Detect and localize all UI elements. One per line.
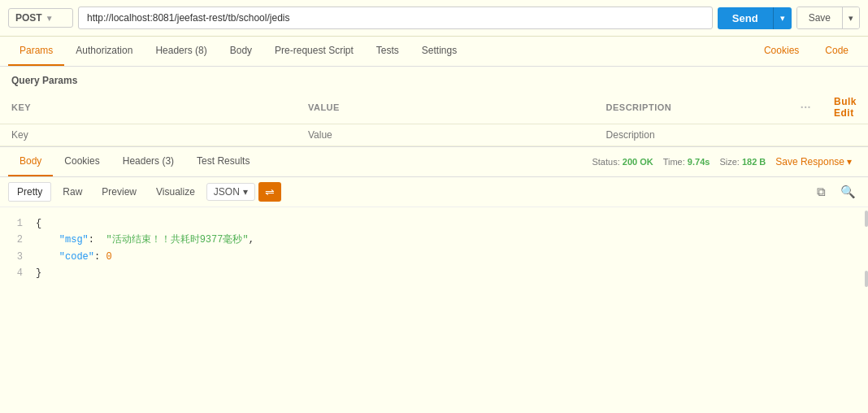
- save-button-group: Save ▾: [796, 7, 860, 29]
- code-lines: 1 2 3 4 { "msg": "活动结束！！共耗时9377毫秒", "cod…: [11, 215, 857, 282]
- table-row: [0, 124, 868, 146]
- line-number-3: 3: [11, 249, 23, 265]
- params-table: KEY VALUE DESCRIPTION ··· Bulk Edit: [0, 91, 868, 146]
- response-section: Body Cookies Headers (3) Test Results St…: [0, 146, 868, 290]
- bulk-edit-header: Bulk Edit: [822, 91, 868, 124]
- description-column-header: DESCRIPTION: [595, 91, 789, 124]
- save-button[interactable]: Save: [797, 7, 842, 28]
- tab-prerequest[interactable]: Pre-request Script: [263, 37, 365, 66]
- line-number-2: 2: [11, 232, 23, 248]
- row-extra: [822, 124, 868, 146]
- code-toolbar: Pretty Raw Preview Visualize JSON ▾ ⇌ ⧉ …: [0, 177, 868, 207]
- save-dropdown-button[interactable]: ▾: [842, 7, 859, 28]
- copy-icon: ⧉: [817, 185, 826, 198]
- value-cell: [297, 124, 595, 146]
- tab-tests[interactable]: Tests: [365, 37, 410, 66]
- line-numbers: 1 2 3 4: [11, 215, 36, 282]
- key-column-header: KEY: [0, 91, 297, 124]
- send-button-group: Send ▾: [718, 7, 792, 29]
- send-dropdown-button[interactable]: ▾: [773, 7, 792, 29]
- tab-right-group: Cookies Code: [753, 37, 860, 66]
- scroll-hint-bottom: [865, 271, 868, 287]
- url-input[interactable]: [78, 7, 713, 29]
- status-label: Status: 200 OK: [592, 157, 653, 167]
- response-tab-test-results[interactable]: Test Results: [185, 147, 261, 176]
- view-pretty-button[interactable]: Pretty: [8, 182, 51, 202]
- line-number-4: 4: [11, 265, 23, 281]
- top-bar: POST ▼ Send ▾ Save ▾: [0, 0, 868, 37]
- tab-params[interactable]: Params: [8, 37, 64, 66]
- wrap-button[interactable]: ⇌: [258, 182, 281, 202]
- key-cell: [0, 124, 297, 146]
- line-number-1: 1: [11, 215, 23, 232]
- search-icon: 🔍: [840, 185, 856, 198]
- bulk-edit-button[interactable]: Bulk Edit: [834, 96, 857, 119]
- actions-column-header: ···: [789, 91, 822, 124]
- toolbar-right: ⧉ 🔍: [813, 182, 860, 202]
- more-options-icon[interactable]: ···: [801, 101, 811, 114]
- format-selector[interactable]: JSON ▾: [206, 183, 255, 201]
- code-line-1: {: [36, 215, 857, 232]
- search-button[interactable]: 🔍: [836, 182, 860, 202]
- value-input[interactable]: [308, 129, 584, 141]
- scroll-hint-top: [865, 211, 868, 227]
- method-chevron: ▼: [46, 14, 54, 23]
- view-preview-button[interactable]: Preview: [93, 183, 145, 201]
- key-input[interactable]: [11, 129, 285, 141]
- query-params-title: Query Params: [0, 67, 868, 91]
- time-value: 9.74s: [688, 157, 710, 167]
- request-tab-bar: Params Authorization Headers (8) Body Pr…: [0, 37, 868, 67]
- tab-cookies[interactable]: Cookies: [753, 37, 810, 66]
- size-value: 182 B: [742, 157, 766, 167]
- query-params-section: Query Params KEY VALUE DESCRIPTION ··· B…: [0, 67, 868, 146]
- method-selector[interactable]: POST ▼: [8, 8, 73, 28]
- view-raw-button[interactable]: Raw: [54, 183, 90, 201]
- response-tab-bar: Body Cookies Headers (3) Test Results St…: [0, 147, 868, 177]
- value-column-header: VALUE: [297, 91, 595, 124]
- description-input[interactable]: [606, 129, 778, 141]
- tab-authorization[interactable]: Authorization: [64, 37, 144, 66]
- response-tab-headers[interactable]: Headers (3): [111, 147, 185, 176]
- send-button[interactable]: Send: [718, 7, 773, 29]
- time-label: Time: 9.74s: [663, 157, 710, 167]
- status-value: 200 OK: [623, 157, 653, 167]
- description-cell: [595, 124, 789, 146]
- size-label: Size: 182 B: [719, 157, 766, 167]
- code-line-4: }: [36, 265, 857, 281]
- wrap-icon: ⇌: [265, 185, 275, 198]
- row-actions: [789, 124, 822, 146]
- code-content: { "msg": "活动结束！！共耗时9377毫秒", "code": 0 }: [36, 215, 857, 282]
- view-visualize-button[interactable]: Visualize: [148, 183, 203, 201]
- code-line-3: "code": 0: [36, 249, 857, 265]
- response-tab-cookies[interactable]: Cookies: [53, 147, 111, 176]
- code-line-2: "msg": "活动结束！！共耗时9377毫秒",: [36, 232, 857, 248]
- response-status-area: Status: 200 OK Time: 9.74s Size: 182 B S…: [592, 156, 860, 167]
- response-tab-body[interactable]: Body: [8, 147, 53, 176]
- save-response-button[interactable]: Save Response ▾: [775, 156, 852, 167]
- response-code-area: 1 2 3 4 { "msg": "活动结束！！共耗时9377毫秒", "cod…: [0, 207, 868, 290]
- tab-body[interactable]: Body: [219, 37, 263, 66]
- method-text: POST: [15, 12, 42, 24]
- copy-button[interactable]: ⧉: [813, 182, 830, 202]
- tab-settings[interactable]: Settings: [410, 37, 468, 66]
- tab-headers[interactable]: Headers (8): [144, 37, 218, 66]
- params-header-row: KEY VALUE DESCRIPTION ··· Bulk Edit: [0, 91, 868, 124]
- tab-code[interactable]: Code: [814, 37, 860, 66]
